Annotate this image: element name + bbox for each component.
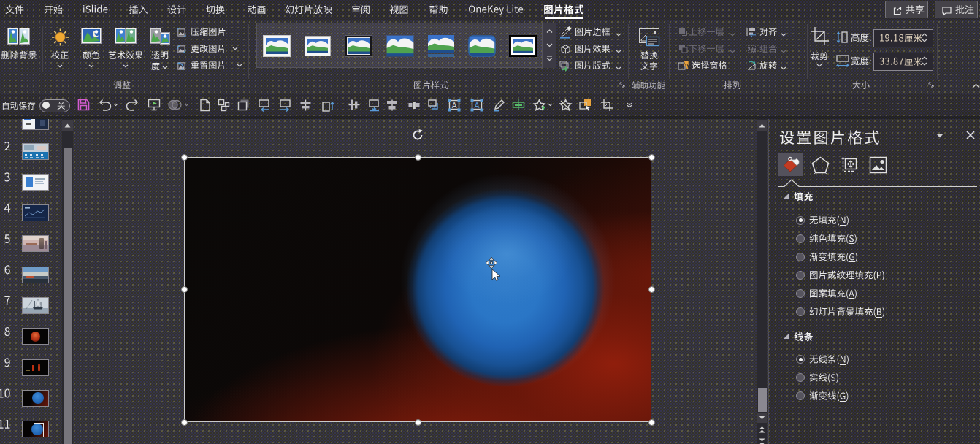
svg-text:A: A [475, 102, 480, 110]
svg-text:A: A [452, 102, 457, 110]
